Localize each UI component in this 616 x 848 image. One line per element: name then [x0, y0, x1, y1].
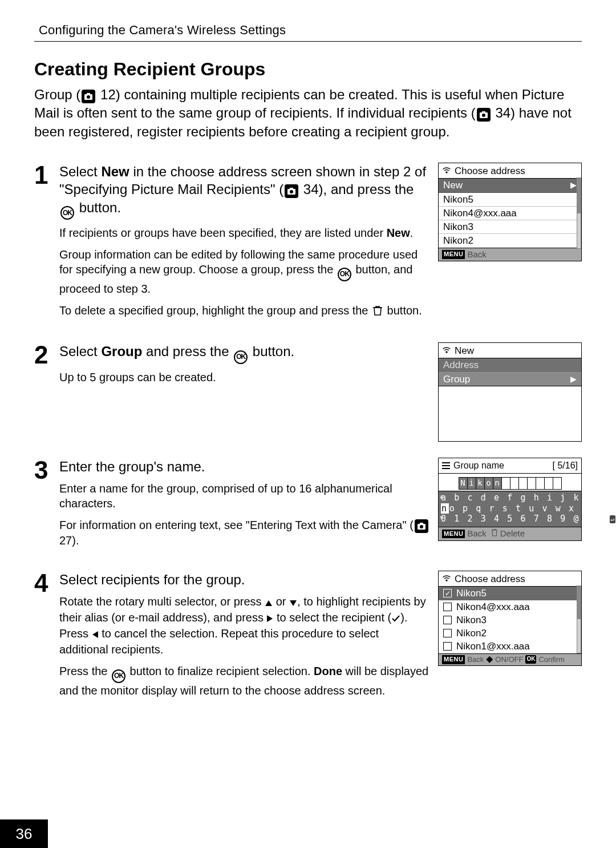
svg-point-4 [482, 114, 485, 117]
step2-note: Up to 5 groups can be created. [59, 370, 430, 385]
t: and press the [142, 344, 233, 359]
section-title: Creating Recipient Groups [34, 59, 582, 80]
svg-point-10 [420, 525, 423, 528]
input-cell: k [476, 477, 484, 490]
svg-rect-2 [87, 93, 90, 95]
scrollbar [577, 177, 581, 249]
t: 27 [59, 534, 72, 547]
dpad-icon [486, 656, 493, 663]
lcd2-title: New [455, 345, 474, 357]
lcd1-row-new: New▶ [439, 179, 581, 192]
left-triangle-icon [92, 627, 99, 642]
t: to select the recipient ( [273, 611, 391, 624]
menu-tag-icon: MENU [442, 655, 465, 664]
step-number: 2 [34, 342, 59, 368]
step4-note1: Rotate the rotary multi selector, or pre… [59, 594, 430, 657]
enter-icon: ↵ [609, 515, 616, 524]
lcd2-row: Address [439, 358, 581, 372]
lcd4-row-label: Nikon2 [456, 627, 487, 639]
lcd3-counter: [ 5/16] [553, 460, 578, 471]
lcd4-row: Nikon4@xxx.aaa [439, 600, 581, 613]
keyboard-cursor: n [441, 503, 449, 514]
step-1: 1 Select New in the choose address scree… [34, 163, 582, 326]
step4-note2: Press the OK button to finalize recipien… [59, 664, 430, 698]
wifi-icon [442, 573, 451, 585]
steps-list: 1 Select New in the choose address scree… [34, 163, 582, 705]
wifi-icon [442, 165, 451, 177]
lcd-screenshot-2: New Address Group▶ [438, 342, 582, 442]
step-3: 3 Enter the group's name. Enter a name f… [34, 458, 582, 555]
t: 34 [299, 181, 318, 197]
step2-heading: Select Group and press the OK button. [59, 342, 430, 364]
case-toggle-icon: Aa@ [604, 504, 616, 513]
lcd1-row: Nikon3 [439, 220, 581, 234]
t: o p q r s t u v w x y z [449, 503, 602, 514]
input-cell [501, 477, 510, 490]
lcd1-title: Choose address [455, 165, 525, 177]
lcd3-delete: Delete [500, 528, 525, 539]
t: New [101, 164, 129, 179]
t: Group [101, 344, 142, 359]
t: or [273, 595, 289, 608]
step1-note1: If recipients or groups have been specif… [59, 225, 430, 240]
menu-tag-icon: MENU [442, 250, 465, 259]
intro-ref2: 34 [492, 105, 510, 120]
lcd3-title: Group name [453, 461, 504, 470]
step-4: 4 Select recipients for the group. Rotat… [34, 571, 582, 705]
step3-note2: For information on entering text, see "E… [59, 518, 430, 548]
wifi-icon [442, 345, 451, 357]
lcd4-row-label: Nikon5 [456, 587, 487, 599]
t: . [410, 227, 414, 239]
checkbox-icon [443, 629, 452, 637]
step1-note3: To delete a specified group, highlight t… [59, 303, 430, 320]
checkbox-icon [443, 616, 452, 624]
lcd4-row: ✓Nikon5 [439, 587, 581, 600]
lcd4-back: Back [467, 655, 484, 664]
input-cell: i [467, 477, 476, 490]
lcd4-row-label: Nikon1@xxx.aaa [456, 640, 530, 652]
lcd1-back: Back [467, 249, 486, 260]
step1-note2: Group information can be edited by follo… [59, 247, 430, 296]
t: Select [59, 344, 101, 359]
camera-icon [82, 90, 95, 103]
svg-rect-5 [482, 111, 485, 113]
camera-icon [477, 108, 491, 122]
t: a b c d e f g h i j k l m [441, 492, 607, 503]
lcd4-row: Nikon1@xxx.aaa [439, 640, 581, 653]
menu-tag-icon: MENU [442, 530, 465, 539]
lcd-screenshot-4: Choose address ✓Nikon5Nikon4@xxx.aaaNiko… [438, 571, 582, 666]
ok-button-icon: OK [338, 268, 351, 281]
lcd2-row-group: Group▶ [439, 373, 581, 386]
input-cell [527, 477, 536, 490]
lcd-screenshot-1: Choose address New▶ Nikon5 Nikon4@xxx.aa… [438, 163, 582, 261]
t: Rotate the rotary multi selector, or pre… [59, 595, 265, 608]
intro-ref1: 12 [96, 87, 115, 102]
lcd3-back: Back [467, 528, 486, 539]
list-icon [442, 462, 450, 470]
t: ), and press the [319, 181, 414, 197]
lcd1-row: Nikon4@xxx.aaa [439, 207, 581, 220]
up-triangle-icon [265, 595, 273, 610]
ok-tag-icon: OK [525, 655, 536, 664]
t: For information on entering text, see "E… [59, 519, 414, 531]
intro-paragraph: Group ( 12) containing multiple recipien… [34, 86, 582, 141]
step1-heading: Select New in the choose address screen … [59, 163, 430, 220]
lcd4-row-label: Nikon4@xxx.aaa [456, 601, 530, 613]
step3-heading: Enter the group's name. [59, 458, 430, 475]
lcd3-input: Nikon [443, 477, 577, 488]
svg-rect-11 [420, 523, 423, 524]
step-2: 2 Select Group and press the OK button. … [34, 342, 582, 442]
checkbox-checked-icon: ✓ [443, 589, 452, 597]
check-icon [391, 611, 400, 626]
right-triangle-icon [266, 611, 273, 626]
t: Press the [59, 665, 111, 677]
checkbox-icon [443, 603, 452, 611]
svg-point-1 [87, 95, 90, 99]
ok-button-icon: OK [60, 206, 74, 220]
step-number: 3 [34, 458, 59, 483]
chevron-right-icon: ▶ [570, 374, 577, 385]
trash-icon [372, 305, 383, 320]
scrollbar [577, 585, 581, 653]
input-cell: o [484, 477, 493, 490]
t: To delete a specified group, highlight t… [59, 304, 371, 317]
